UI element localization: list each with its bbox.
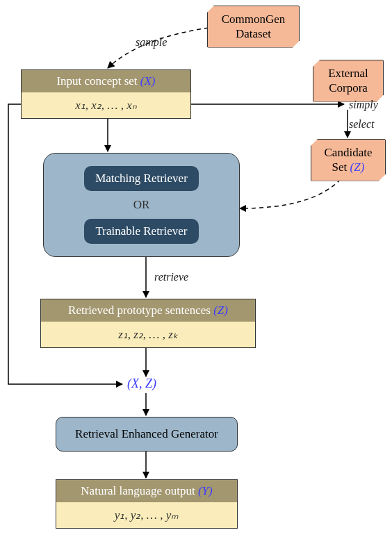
- retrieved-header: Retrieved prototype sentences (Z): [41, 299, 255, 322]
- generator-box: Retrieval Enhanced Generator: [56, 417, 238, 452]
- commongen-line2: Dataset: [216, 26, 291, 41]
- xz-tuple-label: (X, Z): [127, 377, 156, 391]
- external-corpora-box: External Corpora: [313, 60, 384, 102]
- candidate-line1: Candidate: [320, 145, 377, 160]
- matching-retriever: Matching Retriever: [84, 166, 199, 191]
- retrieved-box: Retrieved prototype sentences (Z) z₁, z₂…: [40, 299, 256, 348]
- candidate-set-box: Candidate Set (Z): [311, 139, 386, 181]
- edge-label-retrieve: retrieve: [154, 271, 188, 283]
- edge-label-select: select: [349, 118, 374, 131]
- retrieved-body: z₁, z₂, … , zₖ: [41, 322, 255, 347]
- output-box: Natural language output (Y) y₁, y₂, … , …: [56, 479, 238, 529]
- trainable-retriever: Trainable Retriever: [84, 219, 198, 244]
- input-concept-body: x₁, x₂, … , xₙ: [22, 92, 190, 118]
- external-line2: Corpora: [322, 81, 375, 95]
- retriever-or: OR: [60, 198, 222, 212]
- input-concept-box: Input concept set (X) x₁, x₂, … , xₙ: [21, 69, 191, 119]
- output-header: Natural language output (Y): [56, 480, 237, 502]
- output-body: y₁, y₂, … , yₘ: [56, 502, 237, 528]
- input-concept-header: Input concept set (X): [22, 70, 190, 92]
- commongen-box: CommonGen Dataset: [207, 6, 300, 48]
- retriever-group: Matching Retriever OR Trainable Retrieve…: [43, 153, 240, 257]
- external-line1: External: [322, 66, 375, 81]
- edge-label-simply: simply: [349, 99, 378, 111]
- candidate-line2: Set (Z): [320, 160, 377, 174]
- edge-label-sample: sample: [136, 36, 167, 49]
- commongen-line1: CommonGen: [216, 12, 291, 26]
